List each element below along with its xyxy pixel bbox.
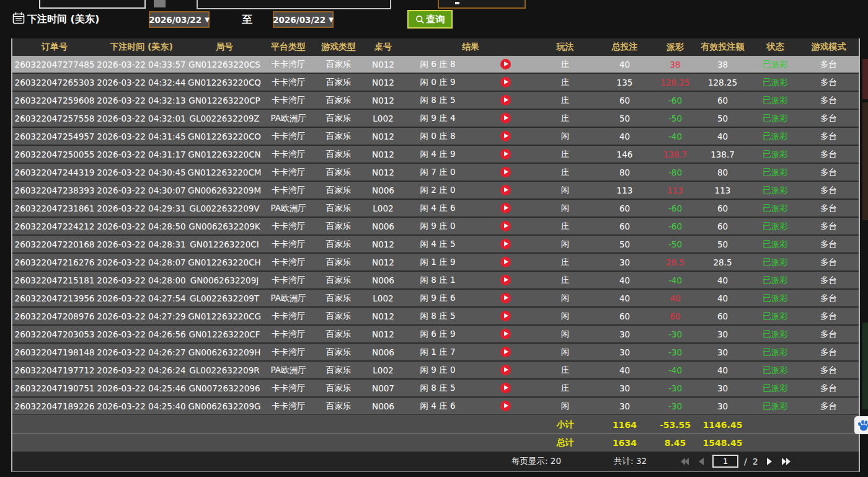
cell-game-mode: 多台	[799, 329, 859, 340]
cell-result: 闲 6 庄 9	[403, 329, 472, 340]
play-video-icon[interactable]	[500, 311, 511, 321]
cell-platform: 卡卡湾厅	[263, 131, 314, 142]
date-range-to-label: 至	[242, 12, 252, 27]
next-page-button[interactable]	[764, 456, 775, 467]
cell-result: 闲 2 庄 0	[403, 185, 472, 196]
cutoff-dropdown-right[interactable]	[438, 0, 526, 9]
table-row[interactable]: 2603220472596082026-03-22 04:32:13GN0122…	[12, 92, 859, 110]
cell-valid-bet: 28.5	[693, 257, 752, 267]
table-row[interactable]: 2603220471892262026-03-22 04:25:40GN0062…	[12, 398, 859, 416]
play-video-icon[interactable]	[500, 59, 511, 69]
play-video-icon[interactable]	[500, 167, 511, 177]
table-row[interactable]: 2603220472151812026-03-22 04:28:00GN0062…	[12, 272, 859, 290]
table-row[interactable]: 2603220472500552026-03-22 04:31:17GN0122…	[12, 146, 859, 164]
table-row[interactable]: 2603220471907512026-03-22 04:25:46GN0072…	[12, 380, 859, 398]
table-row[interactable]: 2603220472139562026-03-22 04:27:54GL0022…	[12, 290, 859, 308]
table-row[interactable]: 2603220471981482026-03-22 04:26:27GN0062…	[12, 344, 859, 362]
background-glimpse	[862, 323, 868, 409]
cell-platform: 卡卡湾厅	[263, 149, 314, 160]
cell-time: 2026-03-22 04:25:40	[97, 401, 186, 411]
cell-game_type: 百家乐	[314, 401, 363, 412]
cell-status: 已派彩	[752, 167, 799, 178]
play-video-icon[interactable]	[500, 149, 511, 159]
cell-game_type: 百家乐	[314, 293, 363, 304]
cell-replay	[472, 401, 538, 411]
cell-valid-bet: 80	[693, 167, 752, 177]
table-row[interactable]: 2603220472653032026-03-22 04:32:44GN0122…	[12, 74, 859, 92]
cell-table_no: L002	[363, 114, 403, 123]
table-row[interactable]: 2603220471977122026-03-22 04:26:24GL0022…	[12, 362, 859, 380]
cell-round: GL0022632209R	[186, 365, 263, 375]
cell-valid-bet: 60	[693, 96, 752, 105]
play-video-icon[interactable]	[500, 203, 511, 213]
cell-game-mode: 多台	[799, 113, 859, 124]
table-row[interactable]: 2603220472089762026-03-22 04:27:29GN0122…	[12, 308, 859, 326]
cell-order: 260322047197712	[12, 365, 97, 375]
cutoff-button-small[interactable]	[154, 0, 166, 7]
query-button[interactable]: 查询	[407, 10, 453, 29]
total-count-text: 共计: 32	[614, 456, 647, 467]
cell-valid-bet: 40	[693, 365, 752, 375]
previous-page-button[interactable]	[696, 456, 707, 467]
date-from-dropdown[interactable]: 2026/03/22 ▼	[149, 11, 210, 28]
cell-valid-bet: 30	[693, 329, 752, 339]
play-video-icon[interactable]	[500, 113, 511, 123]
table-row[interactable]: 2603220472242122026-03-22 04:28:50GN0062…	[12, 218, 859, 236]
cutoff-input-middle[interactable]	[197, 0, 391, 9]
play-video-icon[interactable]	[500, 401, 511, 411]
cell-play-method: 庄	[538, 113, 592, 124]
play-video-icon[interactable]	[500, 185, 511, 195]
page-number-input[interactable]	[712, 455, 738, 468]
column-header: 游戏类型	[314, 42, 363, 53]
cell-total-bet: 30	[592, 329, 657, 339]
play-video-icon[interactable]	[500, 275, 511, 285]
cell-result: 闲 4 庄 6	[403, 401, 472, 412]
play-video-icon[interactable]	[500, 239, 511, 249]
total-row: 总计16348.451548.45	[12, 434, 859, 452]
date-to-dropdown[interactable]: 2026/03/22 ▼	[273, 11, 334, 28]
cell-game_type: 百家乐	[314, 167, 363, 178]
query-button-label: 查询	[427, 14, 445, 25]
play-video-icon[interactable]	[500, 257, 511, 267]
play-video-icon[interactable]	[500, 293, 511, 303]
cell-round: GN012263220CF	[186, 329, 263, 339]
play-video-icon[interactable]	[500, 383, 511, 393]
table-row[interactable]: 2603220472201682026-03-22 04:28:31GN0122…	[12, 236, 859, 254]
table-row[interactable]: 2603220472318612026-03-22 04:29:31GL0022…	[12, 200, 859, 218]
play-video-icon[interactable]	[500, 77, 511, 87]
table-row[interactable]: 2603220472030532026-03-22 04:26:56GN0122…	[12, 326, 859, 344]
cell-platform: 卡卡湾厅	[263, 329, 314, 340]
table-row[interactable]: 2603220472575582026-03-22 04:32:01GL0022…	[12, 110, 859, 128]
cell-payout: -50	[657, 239, 693, 249]
table-row[interactable]: 2603220472549572026-03-22 04:31:45GN0122…	[12, 128, 859, 146]
paw-shortcut-icon[interactable]	[854, 416, 868, 434]
total-count-value: 32	[636, 456, 647, 466]
cell-round: GN00726322096	[186, 383, 263, 393]
play-video-icon[interactable]	[500, 347, 511, 357]
table-row[interactable]: 2603220472162762026-03-22 04:28:07GN0122…	[12, 254, 859, 272]
table-row[interactable]: 2603220472383932026-03-22 04:30:07GN0062…	[12, 182, 859, 200]
cell-valid-bet: 128.25	[693, 78, 752, 87]
pagination-nav: / 2	[679, 455, 792, 468]
play-video-icon[interactable]	[500, 365, 511, 375]
play-video-icon[interactable]	[500, 221, 511, 231]
cell-play-method: 闲	[538, 347, 592, 358]
play-video-icon[interactable]	[500, 329, 511, 339]
column-header: 下注时间 (美东)	[97, 42, 186, 53]
first-page-button[interactable]	[679, 456, 690, 467]
cell-round: GN012263220CN	[186, 149, 263, 159]
play-video-icon[interactable]	[500, 95, 511, 105]
column-header: 结果	[403, 42, 538, 53]
last-page-button[interactable]	[781, 456, 792, 467]
table-row[interactable]: 2603220472443192026-03-22 04:30:45GN0122…	[12, 164, 859, 182]
cell-game-mode: 多台	[799, 95, 859, 106]
cell-payout: -40	[657, 275, 693, 285]
cell-round: GN0062632209H	[186, 347, 263, 357]
play-video-icon[interactable]	[500, 131, 511, 141]
cell-table_no: N012	[363, 167, 403, 177]
cell-valid-bet: 113	[693, 185, 752, 195]
cell-game_type: 百家乐	[314, 113, 363, 124]
cutoff-input-left[interactable]	[39, 0, 146, 9]
cell-round: GN0062632209M	[186, 185, 263, 195]
table-row[interactable]: 2603220472774852026-03-22 04:33:57GN0122…	[12, 56, 859, 74]
